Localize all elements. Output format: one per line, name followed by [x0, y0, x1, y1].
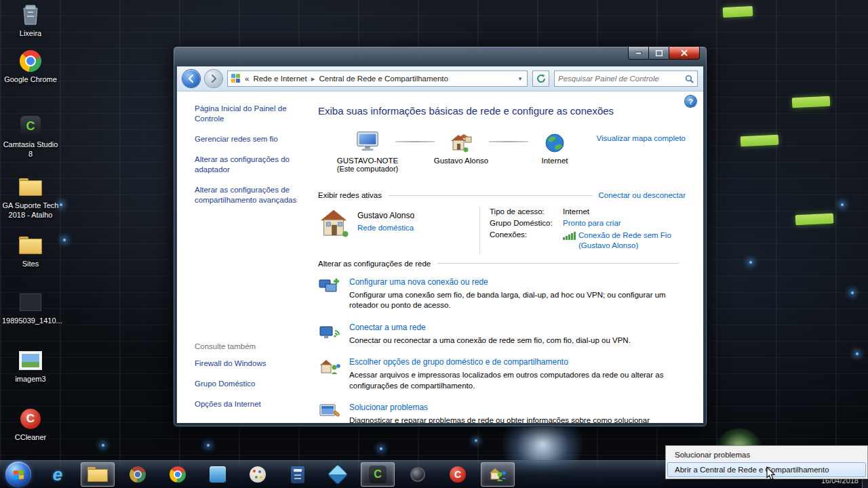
taskbar-camtasia-button[interactable]: C: [361, 462, 395, 487]
control-panel-window: « Rede e Internet ▸ Central de Rede e Co…: [173, 46, 707, 427]
maximize-icon: [656, 50, 663, 56]
desktop-icon-recycle-bin[interactable]: Lixeira: [1, 3, 60, 39]
chrome-icon: [170, 466, 186, 483]
taskbar-app-blue-button[interactable]: [201, 462, 235, 487]
active-network-details: Tipo de acesso: Internet Grupo Doméstico…: [490, 207, 686, 254]
task-homegroup-options[interactable]: Escolher opções de grupo doméstico e de …: [318, 357, 686, 391]
network-type-link[interactable]: Rede doméstica: [357, 224, 414, 232]
task-title[interactable]: Configurar uma nova conexão ou rede: [349, 277, 678, 287]
main-content: ? Exiba suas informações básicas de rede…: [304, 92, 703, 423]
taskbar-homegroup-button[interactable]: [481, 462, 515, 487]
taskbar-recorder-button[interactable]: [401, 462, 435, 487]
network-name: Gustavo Alonso: [417, 157, 505, 165]
taskbar-chrome-button[interactable]: [161, 462, 195, 487]
divider-line: [437, 263, 679, 264]
desktop-icon-label: imagem3: [1, 375, 60, 384]
sidebar-item-windows-firewall[interactable]: Firewall do Windows: [195, 359, 299, 369]
start-button[interactable]: [5, 462, 31, 487]
maximize-button[interactable]: [648, 47, 669, 60]
taskbar-paint-button[interactable]: [241, 462, 275, 487]
refresh-icon: [536, 74, 546, 83]
window-body: « Rede e Internet ▸ Central de Rede e Co…: [176, 66, 704, 424]
desktop-icon-label: CCleaner: [1, 433, 60, 443]
breadcrumb-rede-e-internet[interactable]: Rede e Internet: [253, 75, 307, 83]
taskbar-ie-button[interactable]: e: [41, 462, 75, 487]
active-network-identity: Gustavo Alonso Rede doméstica: [318, 207, 479, 254]
ccleaner-icon: C: [20, 409, 41, 429]
map-node-computer[interactable]: GUSTAVO-NOTE (Este computador): [323, 127, 412, 173]
breadcrumb-overflow[interactable]: «: [245, 75, 249, 83]
server-led: [841, 203, 844, 206]
connect-disconnect-link[interactable]: Conectar ou desconectar: [599, 191, 686, 199]
taskbar-calculator-button[interactable]: [281, 462, 315, 487]
sidebar-item-adapter-settings[interactable]: Alterar as configurações do adaptador: [195, 155, 299, 175]
desktop-icon-camtasia[interactable]: C Camtasia Studio 8: [1, 114, 60, 159]
sidebar-item-advanced-sharing[interactable]: Alterar as configurações de compartilham…: [195, 185, 299, 205]
internet-label: Internet: [511, 157, 599, 165]
cube-icon: [328, 465, 347, 484]
desktop-icon-sites[interactable]: Sites: [1, 233, 60, 269]
sidebar-item-control-panel-home[interactable]: Página Inicial do Painel de Controle: [195, 104, 299, 124]
sidebar-item-manage-wireless[interactable]: Gerenciar redes sem fio: [195, 134, 299, 144]
record-icon: [410, 467, 425, 482]
server-label-sticker: [723, 6, 753, 18]
taskbar-browser-button[interactable]: [121, 462, 155, 487]
server-led: [102, 444, 104, 447]
taskbar-explorer-button[interactable]: [81, 462, 115, 487]
task-troubleshoot[interactable]: Solucionar problemas Diagnosticar e repa…: [318, 403, 686, 423]
forward-button[interactable]: [205, 70, 222, 87]
close-icon: [681, 49, 688, 56]
house-icon: [318, 207, 349, 237]
view-full-map-link[interactable]: Visualizar mapa completo: [597, 134, 686, 142]
network-map: GUSTAVO-NOTE (Este computador): [318, 127, 686, 186]
sidebar-item-homegroup[interactable]: Grupo Doméstico: [195, 379, 299, 389]
troubleshoot-icon: [318, 403, 341, 423]
help-button[interactable]: ?: [685, 96, 696, 107]
mouse-cursor: [766, 466, 776, 481]
task-title[interactable]: Escolher opções de grupo doméstico e de …: [349, 357, 678, 367]
homegroup-ready-link[interactable]: Pronto para criar: [563, 219, 621, 227]
desktop-icon-file[interactable]: 19895039_1410...: [1, 290, 60, 326]
task-title[interactable]: Conectar a uma rede: [349, 323, 631, 332]
address-bar[interactable]: « Rede e Internet ▸ Central de Rede e Co…: [227, 70, 528, 87]
search-icon[interactable]: [681, 75, 697, 83]
task-new-connection[interactable]: Configurar uma nova conexão ou rede Conf…: [318, 277, 686, 311]
context-menu-item-troubleshoot[interactable]: Solucionar problemas: [667, 447, 866, 462]
taskbar-ccleaner-button[interactable]: C: [441, 462, 475, 487]
minimize-button[interactable]: [628, 47, 649, 60]
server-label-sticker: [792, 96, 831, 108]
breadcrumb-separator-icon: ▸: [311, 74, 315, 83]
help-icon: ?: [688, 98, 693, 106]
close-button[interactable]: [669, 47, 700, 60]
access-type-value: Internet: [563, 207, 589, 216]
back-button[interactable]: [182, 70, 200, 87]
desktop-icon-imagem3[interactable]: imagem3: [1, 348, 60, 384]
task-connect-network[interactable]: Conectar a uma rede Conectar ou reconect…: [318, 323, 686, 346]
refresh-button[interactable]: [532, 70, 549, 87]
desktop-icon-label: Camtasia Studio 8: [1, 140, 60, 159]
desktop-icon-chrome[interactable]: Google Chrome: [1, 49, 60, 85]
calculator-icon: [291, 466, 304, 483]
search-input[interactable]: [555, 75, 681, 83]
minimize-icon: [635, 52, 642, 54]
address-dropdown-icon[interactable]: ▾: [515, 75, 526, 82]
tasks-header-row: Alterar as configurações de rede: [318, 260, 686, 268]
task-description: Configurar uma conexão sem fio, de banda…: [349, 290, 678, 311]
map-node-network[interactable]: Gustavo Alonso: [417, 127, 505, 165]
chrome-icon: [20, 50, 41, 72]
taskbar-cube-app-button[interactable]: [321, 462, 355, 487]
server-label-sticker: [741, 135, 779, 147]
connect-network-icon: [318, 323, 341, 346]
sidebar-item-internet-options[interactable]: Opções da Internet: [195, 399, 299, 409]
desktop-icon-ccleaner[interactable]: C CCleaner: [1, 407, 60, 443]
computer-icon: [323, 127, 412, 153]
sidebar-spacer: [195, 216, 299, 343]
desktop-icon-ga-suporte[interactable]: GA Suporte Tech 2018 - Atalho: [1, 175, 60, 220]
connections-label: Conexões:: [490, 230, 563, 239]
folder-icon: [87, 467, 108, 482]
wireless-connection-link[interactable]: Conexão de Rede sem Fio (Gustavo Alonso): [578, 230, 682, 251]
task-title[interactable]: Solucionar problemas: [349, 403, 678, 412]
map-node-internet[interactable]: Internet: [511, 127, 599, 165]
detail-row-connections: Conexões: Conexão de Rede sem Fio (Gusta…: [490, 230, 686, 251]
breadcrumb-current[interactable]: Central de Rede e Compartilhamento: [319, 75, 448, 83]
